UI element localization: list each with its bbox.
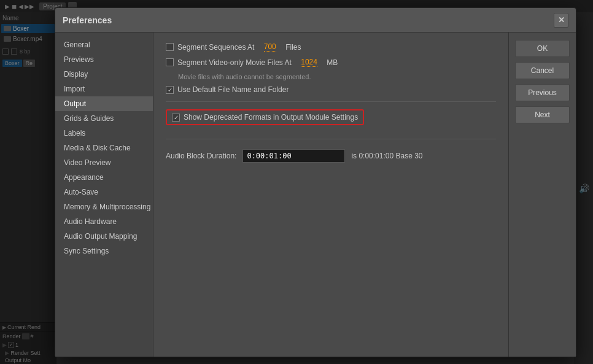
next-button[interactable]: Next (515, 106, 570, 123)
cancel-button[interactable]: Cancel (515, 62, 570, 79)
audio-block-row: Audio Block Duration: is 0:00:01:00 Base… (166, 149, 496, 163)
nav-item-appearance[interactable]: Appearance (55, 170, 153, 185)
use-default-checkbox-label[interactable]: Use Default File Name and Folder (166, 85, 289, 94)
nav-item-import[interactable]: Import (55, 82, 153, 96)
previous-button[interactable]: Previous (515, 84, 570, 101)
nav-sidebar: General Previews Display Import Output G… (55, 33, 153, 357)
segment-sequences-row: Segment Sequences At 700 Files (166, 42, 496, 52)
segment-video-row: Segment Video-only Movie Files At 1024 M… (166, 58, 496, 67)
nav-item-media-disk-cache[interactable]: Media & Disk Cache (55, 141, 153, 155)
nav-item-display[interactable]: Display (55, 67, 153, 82)
content-area: Segment Sequences At 700 Files Segment V… (153, 33, 508, 357)
segment-video-checkbox-label[interactable]: Segment Video-only Movie Files At 1024 M… (166, 58, 338, 67)
nav-item-auto-save[interactable]: Auto-Save (55, 185, 153, 199)
dialog-title: Preferences (63, 15, 112, 25)
audio-block-input[interactable] (242, 149, 345, 163)
separator-1 (166, 101, 496, 102)
segment-video-num[interactable]: 1024 (301, 58, 317, 67)
show-deprecated-label: Show Deprecated Formats in Output Module… (184, 113, 358, 122)
audio-block-label: Audio Block Duration: (166, 152, 236, 160)
nav-item-labels[interactable]: Labels (55, 126, 153, 141)
nav-item-video-preview[interactable]: Video Preview (55, 155, 153, 170)
nav-item-grids-guides[interactable]: Grids & Guides (55, 111, 153, 126)
ok-button[interactable]: OK (515, 40, 570, 57)
show-deprecated-highlight-box: Show Deprecated Formats in Output Module… (166, 109, 364, 125)
segment-note: Movie files with audio cannot be segment… (178, 73, 496, 80)
segment-sequences-num[interactable]: 700 (264, 42, 276, 52)
show-deprecated-highlighted-row: Show Deprecated Formats in Output Module… (166, 109, 496, 131)
nav-item-previews[interactable]: Previews (55, 52, 153, 67)
use-default-checkbox[interactable] (166, 86, 174, 94)
preferences-dialog: Preferences ✕ General Previews Display I… (55, 7, 576, 357)
use-default-row: Use Default File Name and Folder (166, 85, 496, 94)
nav-item-sync-settings[interactable]: Sync Settings (55, 244, 153, 258)
nav-item-memory-multiprocessing[interactable]: Memory & Multiprocessing (55, 199, 153, 214)
button-panel: OK Cancel Previous Next (508, 33, 576, 357)
dialog-body: General Previews Display Import Output G… (55, 33, 576, 357)
nav-item-general[interactable]: General (55, 37, 153, 52)
segment-video-checkbox[interactable] (166, 58, 174, 66)
audio-block-note: is 0:00:01:00 Base 30 (351, 152, 422, 160)
segment-sequences-checkbox-label[interactable]: Segment Sequences At 700 Files (166, 42, 301, 52)
close-button[interactable]: ✕ (554, 13, 568, 28)
separator-2 (166, 139, 496, 139)
nav-item-audio-output-mapping[interactable]: Audio Output Mapping (55, 229, 153, 244)
nav-item-audio-hardware[interactable]: Audio Hardware (55, 214, 153, 229)
segment-sequences-checkbox[interactable] (166, 43, 174, 51)
nav-item-output[interactable]: Output (55, 96, 153, 111)
show-deprecated-checkbox[interactable] (172, 114, 180, 122)
dialog-titlebar: Preferences ✕ (55, 8, 576, 33)
